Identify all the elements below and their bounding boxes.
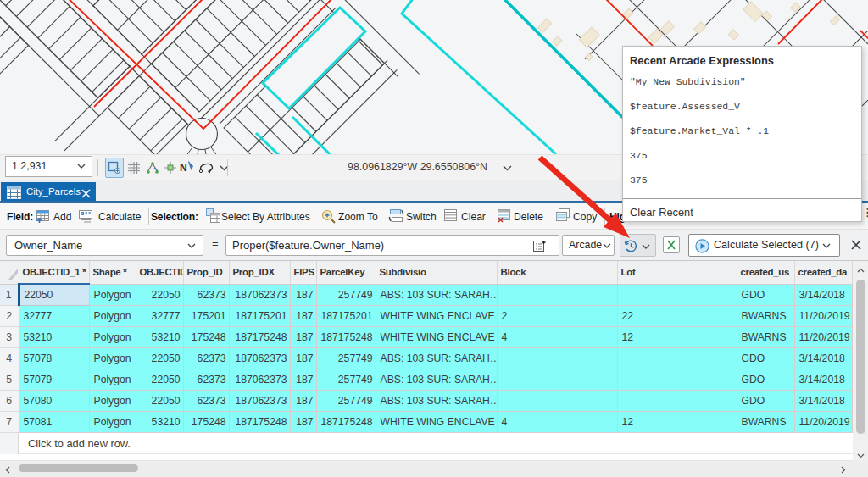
svg-text:N: N: [180, 162, 187, 174]
